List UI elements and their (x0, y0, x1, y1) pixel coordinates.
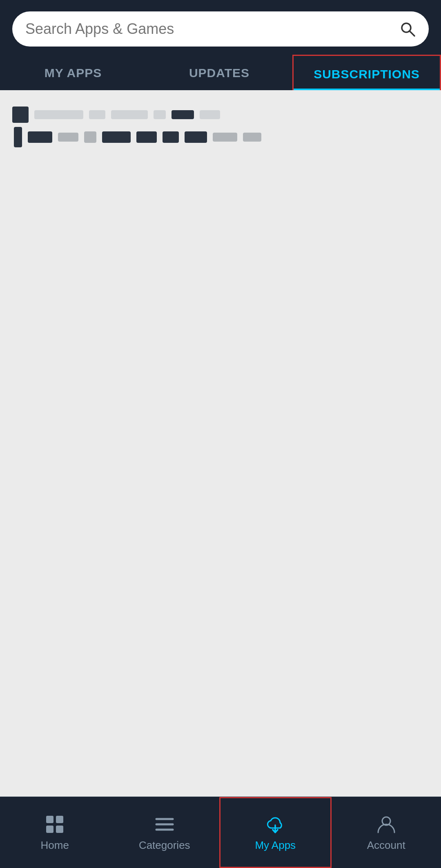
redacted-row-1 (12, 107, 429, 123)
nav-item-home[interactable]: Home (0, 797, 110, 868)
tabs-bar: MY APPS UPDATES SUBSCRIPTIONS (0, 55, 441, 90)
svg-rect-5 (56, 826, 63, 833)
tab-updates[interactable]: UPDATES (146, 55, 292, 90)
svg-line-1 (410, 31, 415, 36)
search-input[interactable] (25, 20, 393, 38)
account-icon (376, 814, 397, 835)
search-icon (399, 21, 416, 37)
svg-rect-2 (46, 816, 53, 823)
home-icon (44, 814, 65, 835)
tab-my-apps[interactable]: MY APPS (0, 55, 146, 90)
nav-item-account[interactable]: Account (332, 797, 441, 868)
svg-rect-4 (46, 826, 53, 833)
categories-icon (154, 814, 175, 835)
redacted-content (12, 107, 429, 147)
redacted-row-2 (12, 127, 429, 147)
content-area (0, 90, 441, 797)
header (0, 0, 441, 55)
tab-subscriptions[interactable]: SUBSCRIPTIONS (292, 55, 441, 90)
nav-account-label: Account (367, 839, 405, 852)
svg-rect-3 (56, 816, 63, 823)
bottom-navigation: Home Categories My Apps (0, 797, 441, 868)
nav-categories-label: Categories (139, 839, 190, 852)
search-bar[interactable] (12, 11, 429, 47)
redact-icon (12, 107, 29, 123)
nav-home-label: Home (41, 839, 69, 852)
myapps-icon (265, 814, 286, 835)
nav-item-my-apps[interactable]: My Apps (219, 797, 332, 868)
nav-myapps-label: My Apps (255, 839, 296, 852)
nav-item-categories[interactable]: Categories (110, 797, 220, 868)
